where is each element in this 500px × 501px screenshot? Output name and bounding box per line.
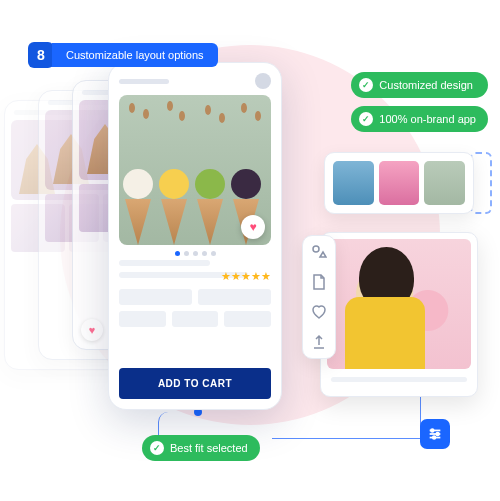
pill-bestfit: ✓ Best fit selected [142,435,260,461]
heart-icon[interactable]: ♥ [81,319,103,341]
feature-badge: 8 Customizable layout options [28,42,218,68]
option-row[interactable] [119,311,271,327]
upload-icon[interactable] [311,334,327,350]
heart-icon[interactable] [311,304,327,320]
lifestyle-photo[interactable] [327,239,471,369]
add-to-cart-button[interactable]: ADD TO CART [119,368,271,399]
thumbnail-gallery [324,152,474,214]
product-page-preview: ♥ ★★★★★ ADD TO CART [108,62,282,410]
pill-onbrand: ✓ 100% on-brand app [351,106,488,132]
editor-toolbar [302,235,336,359]
svg-point-2 [431,429,434,432]
badge-number: 8 [28,42,54,68]
caption-placeholder [331,377,467,382]
sliders-icon [427,426,443,442]
preview-card [320,232,478,397]
pill-label: 100% on-brand app [379,113,476,125]
connector-line [272,438,420,439]
thumbnail[interactable] [333,161,374,205]
check-icon: ✓ [359,78,373,92]
favorite-button[interactable]: ♥ [241,215,265,239]
svg-point-0 [313,246,319,252]
option-row[interactable] [119,289,271,305]
pill-label: Best fit selected [170,442,248,454]
feature-pill-list: ✓ Customized design ✓ 100% on-brand app [351,72,488,132]
shapes-icon[interactable] [311,244,327,260]
pill-customized-design: ✓ Customized design [351,72,488,98]
svg-point-6 [433,436,436,439]
settings-button[interactable] [420,419,450,449]
badge-label: Customizable layout options [52,43,218,67]
rating-stars[interactable]: ★★★★★ [119,270,271,283]
pill-label: Customized design [379,79,473,91]
check-icon: ✓ [359,112,373,126]
check-icon: ✓ [150,441,164,455]
thumbnail[interactable] [379,161,420,205]
avatar[interactable] [255,73,271,89]
page-icon[interactable] [311,274,327,290]
product-hero-image[interactable]: ♥ [119,95,271,245]
svg-point-4 [436,433,439,436]
carousel-dots[interactable] [119,251,271,256]
thumbnail[interactable] [424,161,465,205]
status-pill: ✓ Best fit selected [142,435,260,461]
nav-placeholder [119,79,169,84]
